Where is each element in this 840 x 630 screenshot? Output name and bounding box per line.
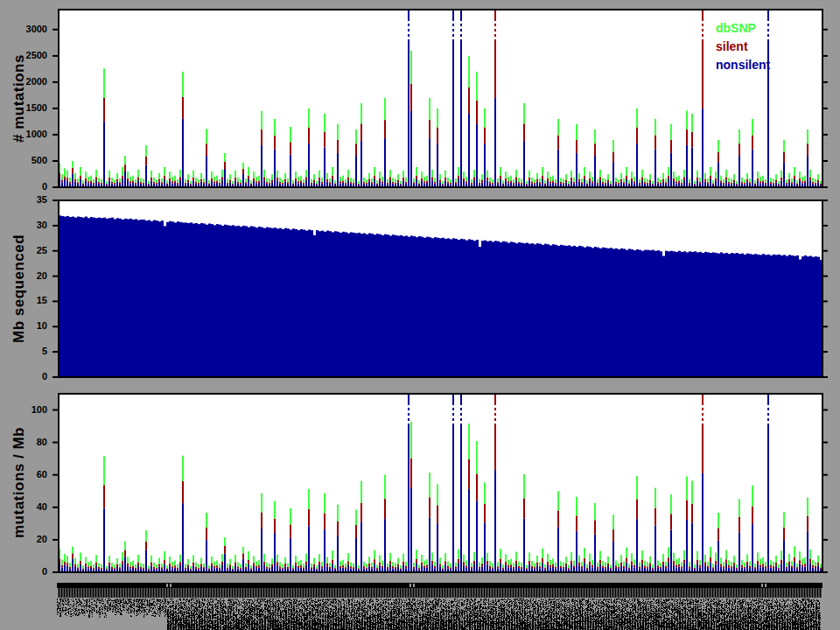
mb-sequenced-panel-plot [50,200,828,378]
legend-item-dbsnp: dbSNP [716,19,770,38]
sample-tick-comb [50,588,828,598]
legend: dbSNP silent nonsilent [716,19,770,74]
legend-item-nonsilent: nonsilent [716,56,770,74]
mutation-figure: # mutations 050010001500200025003000 dbS… [0,0,840,630]
y-tick-labels-mutations: 050010001500200025003000 [0,9,47,188]
sample-labels-illegible [57,598,822,630]
mutations-per-mb-panel-plot [50,393,828,573]
y-tick-labels-rate: 020406080100 [0,393,47,573]
mutations-panel-plot [50,9,828,188]
legend-item-silent: silent [716,38,770,56]
y-tick-labels-mb: 05101520253035 [0,200,47,378]
